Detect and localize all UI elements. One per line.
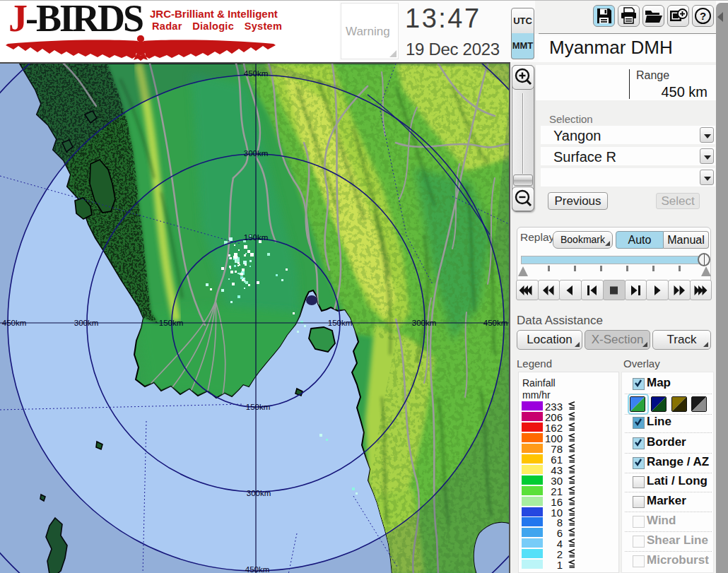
svg-text:?: ? [700, 10, 706, 22]
svg-text:150km: 150km [246, 403, 271, 411]
svg-text:300km: 300km [247, 489, 271, 497]
svg-text:450km: 450km [244, 69, 269, 78]
svg-text:450km: 450km [483, 319, 508, 327]
svg-text:300km: 300km [74, 319, 99, 327]
svg-text:300km: 300km [412, 319, 437, 327]
svg-text:150km: 150km [244, 233, 269, 242]
svg-text:300km: 300km [244, 149, 269, 158]
svg-text:450km: 450km [245, 565, 270, 573]
svg-text:450km: 450km [2, 319, 27, 327]
svg-text:150km: 150km [159, 319, 184, 327]
svg-text:150km: 150km [328, 319, 353, 327]
